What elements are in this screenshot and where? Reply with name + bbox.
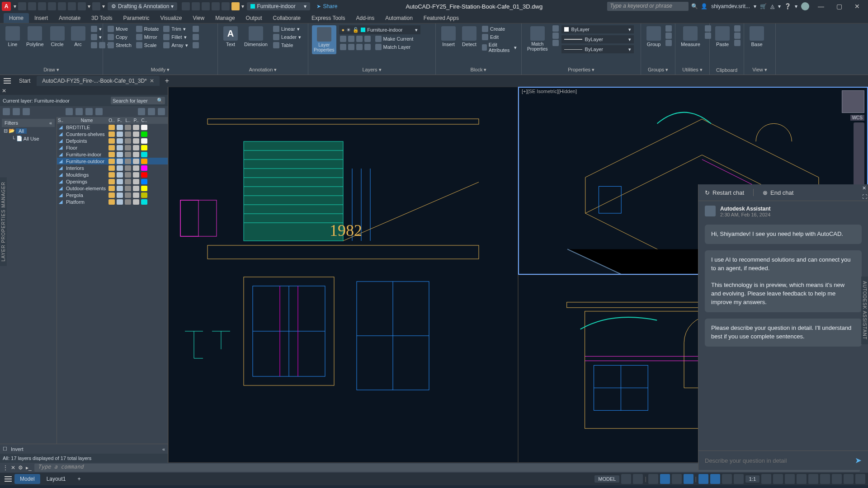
otrack-toggle[interactable] [710, 474, 720, 484]
tab-start[interactable]: Start [14, 76, 36, 86]
share-button[interactable]: ➤ Share [313, 3, 341, 9]
anno-scale[interactable]: 1:1 [745, 475, 760, 483]
search-icon[interactable]: 🔍 [691, 3, 698, 9]
layer-dropdown[interactable]: ●☀🔓 Furniture-indoor▾ [339, 25, 420, 34]
navbar[interactable] [854, 122, 864, 186]
lineweight-dropdown[interactable]: ByLayer▾ [561, 35, 634, 43]
layer-row[interactable]: ◢Floor [57, 144, 168, 151]
layer-row[interactable]: ◢BRDTITLE [57, 124, 168, 131]
layer-row[interactable]: ◢Platform [57, 198, 168, 205]
units-toggle[interactable] [797, 474, 807, 484]
close-icon[interactable]: ✕ [150, 78, 154, 84]
qat-new-icon[interactable] [18, 2, 26, 10]
edit-attrs-button[interactable]: Edit Attributes▾ [481, 42, 518, 53]
qat-extra3-icon[interactable] [202, 2, 210, 10]
qat-plot-icon[interactable] [68, 2, 76, 10]
assistant-side-label[interactable]: AUTODESK ASSISTANT [861, 277, 868, 344]
grid-toggle[interactable] [621, 474, 631, 484]
anno-monitor-toggle[interactable] [785, 474, 795, 484]
layer-row[interactable]: ◢Furniture-outdoor [57, 158, 168, 164]
qat-web-icon[interactable] [58, 2, 66, 10]
osnap-toggle[interactable] [684, 474, 693, 484]
assistant-input[interactable] [705, 457, 840, 464]
tab-visualize[interactable]: Visualize [155, 13, 188, 23]
text-button[interactable]: AText [222, 25, 240, 48]
settings-icon[interactable] [158, 108, 165, 115]
customize-status-icon[interactable] [855, 474, 865, 484]
refresh-icon[interactable] [138, 108, 145, 115]
rotate-button[interactable]: Rotate [135, 25, 160, 33]
stretch-button[interactable]: Stretch [107, 42, 132, 49]
qat-undo-icon[interactable] [78, 2, 86, 10]
layer-row[interactable]: ◢Pergola [57, 192, 168, 198]
collapse-icon[interactable]: « [49, 120, 52, 126]
tab-add-ins[interactable]: Add-ins [350, 13, 380, 23]
add-layout-button[interactable]: + [72, 474, 86, 484]
move-button[interactable]: Move [107, 25, 132, 33]
lineweight-toggle[interactable] [722, 474, 732, 484]
snap-toggle[interactable] [633, 474, 643, 484]
3dosnap-toggle[interactable] [698, 474, 708, 484]
qat-extra5-icon[interactable] [222, 2, 230, 10]
isolate-toggle[interactable] [820, 474, 830, 484]
tab-home[interactable]: Home [4, 13, 29, 23]
match-props-button[interactable]: Match Properties [525, 25, 550, 52]
quick-props-toggle[interactable] [808, 474, 818, 484]
maximize-button[interactable]: ▢ [830, 0, 848, 12]
ortho-toggle[interactable] [648, 474, 658, 484]
workspace-dropdown[interactable]: ⚙ Drafting & Annotation ▾ [108, 2, 177, 10]
app-logo[interactable]: A [2, 2, 11, 11]
invert-checkbox[interactable]: ☐ [3, 446, 7, 452]
fillet-button[interactable]: Fillet▾ [162, 33, 189, 41]
group-button[interactable]: Group [645, 25, 663, 48]
panel-close-icon[interactable]: ✕ [862, 185, 867, 191]
circle-button[interactable]: Circle [48, 25, 66, 48]
layer-states-icon[interactable] [23, 108, 30, 115]
tab-parametric[interactable]: Parametric [118, 13, 155, 23]
tab-document[interactable]: AutoCAD-FY25_Fire-...-Book-Cafe_01_3D* ✕ [37, 76, 159, 86]
tab-collaborate[interactable]: Collaborate [268, 13, 306, 23]
tab-express-tools[interactable]: Express Tools [306, 13, 350, 23]
cloud-icon[interactable] [801, 2, 809, 10]
viewport-top-left[interactable]: 1982 [168, 87, 518, 463]
help-search-input[interactable]: Type a keyword or phrase [607, 2, 689, 11]
tab-output[interactable]: Output [241, 13, 268, 23]
table-button[interactable]: Table [272, 42, 302, 49]
tab-view[interactable]: View [187, 13, 210, 23]
new-tab-button[interactable]: + [160, 75, 174, 87]
send-icon[interactable]: ➤ [855, 455, 862, 465]
polyline-button[interactable]: Polyline [24, 25, 46, 48]
color-dropdown[interactable]: ByLayer▾ [561, 25, 634, 33]
linear-button[interactable]: Linear▾ [272, 25, 302, 33]
qat-save-icon[interactable] [38, 2, 46, 10]
qat-extra4-icon[interactable] [212, 2, 220, 10]
layout-menu-icon[interactable] [3, 474, 14, 483]
panel-title[interactable]: Draw ▾ [4, 66, 99, 73]
tab-featured-apps[interactable]: Featured Apps [418, 13, 464, 23]
tab-insert[interactable]: Insert [29, 13, 53, 23]
cart-icon[interactable]: 🛒 [760, 3, 767, 9]
measure-button[interactable]: Measure [679, 25, 702, 48]
cmd-customize-icon[interactable]: ⚙ [18, 465, 23, 471]
match-layer-button[interactable]: Match Layer [374, 43, 415, 51]
tab-model[interactable]: Model [14, 474, 40, 484]
qat-saveas-icon[interactable] [48, 2, 56, 10]
viewcube[interactable] [842, 90, 864, 113]
close-button[interactable]: ✕ [848, 0, 866, 12]
tab-layout1[interactable]: Layout1 [41, 474, 71, 484]
qat-open-icon[interactable] [28, 2, 36, 10]
palette-close-icon[interactable]: ✕ [2, 88, 6, 94]
collapse-icon[interactable]: « [162, 446, 165, 452]
model-space-label[interactable]: MODEL [594, 475, 619, 483]
user-name[interactable]: shiyamdev.srit... [711, 3, 750, 9]
insert-block-button[interactable]: Insert [439, 25, 458, 48]
layer-row[interactable]: ◢Openings [57, 178, 168, 185]
qat-extra2-icon[interactable] [192, 2, 200, 10]
tab-automation[interactable]: Automation [380, 13, 418, 23]
autodesk-app-icon[interactable]: ◬ [770, 3, 774, 9]
panel-dock-icon[interactable]: ⛶ [862, 194, 867, 199]
tab-3d-tools[interactable]: 3D Tools [86, 13, 118, 23]
menu-icon[interactable] [2, 76, 13, 85]
mirror-button[interactable]: Mirror [135, 33, 160, 41]
workspace-toggle[interactable] [773, 474, 783, 484]
